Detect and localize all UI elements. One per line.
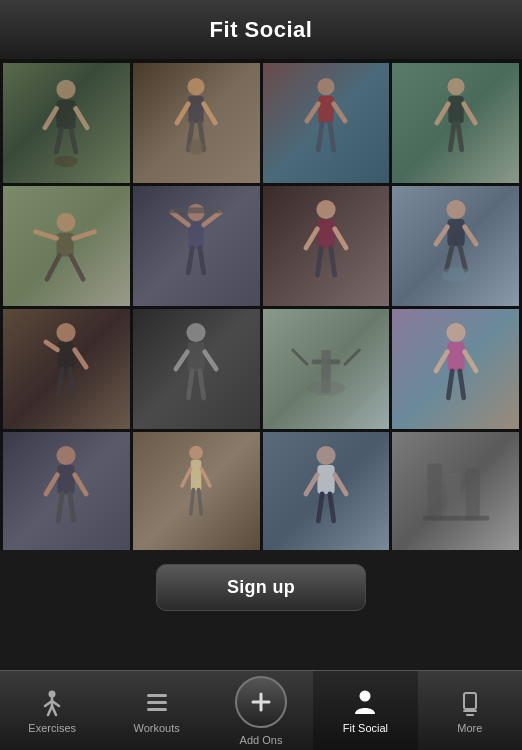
svg-line-56 xyxy=(59,369,63,396)
svg-line-60 xyxy=(176,352,188,369)
svg-point-75 xyxy=(57,446,76,465)
svg-line-31 xyxy=(71,256,83,280)
svg-line-4 xyxy=(57,129,62,152)
photo-cell[interactable] xyxy=(133,309,260,429)
svg-line-41 xyxy=(306,229,318,248)
svg-line-80 xyxy=(70,494,74,521)
svg-line-36 xyxy=(188,248,192,273)
svg-line-85 xyxy=(191,489,194,513)
photo-cell[interactable] xyxy=(392,186,519,306)
tab-fitsocial-label: Fit Social xyxy=(343,722,388,734)
workouts-icon xyxy=(142,688,172,718)
svg-point-26 xyxy=(57,213,76,232)
more-icon xyxy=(455,688,485,718)
svg-line-34 xyxy=(172,212,188,224)
svg-rect-94 xyxy=(446,473,460,521)
svg-rect-70 xyxy=(447,342,464,371)
photo-cell[interactable] xyxy=(133,432,260,550)
svg-point-51 xyxy=(441,267,470,282)
signup-button[interactable]: Sign up xyxy=(156,564,366,611)
svg-line-79 xyxy=(59,494,63,521)
person-icon xyxy=(350,688,380,718)
svg-line-90 xyxy=(335,475,347,494)
photo-cell[interactable] xyxy=(263,186,390,306)
svg-rect-46 xyxy=(447,219,464,246)
exercise-icon xyxy=(37,688,67,718)
svg-line-48 xyxy=(464,227,476,244)
svg-line-71 xyxy=(435,352,447,371)
svg-rect-76 xyxy=(58,465,75,494)
tab-addons[interactable]: Add Ons xyxy=(209,671,313,750)
svg-point-58 xyxy=(187,323,206,342)
svg-rect-95 xyxy=(465,468,479,520)
photo-cell[interactable] xyxy=(3,309,130,429)
svg-rect-40 xyxy=(317,219,334,248)
svg-line-55 xyxy=(75,350,87,367)
svg-line-18 xyxy=(318,123,322,150)
svg-point-0 xyxy=(57,80,76,99)
svg-line-22 xyxy=(436,104,448,123)
svg-line-24 xyxy=(450,123,454,150)
svg-rect-27 xyxy=(57,233,74,257)
svg-point-7 xyxy=(187,78,204,95)
svg-rect-15 xyxy=(318,96,333,123)
svg-line-91 xyxy=(318,494,322,521)
svg-line-17 xyxy=(334,104,346,121)
svg-line-83 xyxy=(182,468,191,485)
svg-line-86 xyxy=(199,489,202,513)
tab-more[interactable]: More xyxy=(418,671,522,750)
svg-line-49 xyxy=(446,246,452,270)
svg-line-43 xyxy=(317,248,321,275)
svg-line-57 xyxy=(70,369,74,396)
add-circle xyxy=(235,676,287,728)
photo-cell[interactable] xyxy=(263,309,390,429)
svg-rect-8 xyxy=(188,96,203,123)
svg-point-87 xyxy=(316,446,335,465)
photo-cell[interactable] xyxy=(263,432,390,550)
svg-rect-33 xyxy=(188,222,203,249)
app-header: Fit Social xyxy=(0,0,522,60)
tab-exercises[interactable]: Exercises xyxy=(0,671,104,750)
tab-addons-label: Add Ons xyxy=(240,734,283,746)
tab-bar: Exercises Workouts Add Ons Fit S xyxy=(0,670,522,750)
svg-point-13 xyxy=(188,139,203,154)
svg-line-78 xyxy=(75,475,87,494)
svg-rect-96 xyxy=(422,516,489,521)
svg-rect-109 xyxy=(464,693,476,709)
tab-more-label: More xyxy=(457,722,482,734)
svg-line-54 xyxy=(46,342,58,350)
svg-line-28 xyxy=(36,232,57,239)
svg-rect-82 xyxy=(191,460,201,491)
svg-line-3 xyxy=(76,109,88,128)
photo-cell[interactable] xyxy=(392,432,519,550)
photo-cell[interactable] xyxy=(392,63,519,183)
svg-line-102 xyxy=(52,706,56,715)
photo-cell[interactable] xyxy=(3,186,130,306)
tab-fitsocial[interactable]: Fit Social xyxy=(313,671,417,750)
svg-point-52 xyxy=(57,323,76,342)
svg-line-89 xyxy=(306,475,318,494)
photo-grid xyxy=(0,60,522,550)
tab-workouts[interactable]: Workouts xyxy=(104,671,208,750)
svg-point-81 xyxy=(189,446,203,460)
svg-line-2 xyxy=(45,109,57,128)
photo-cell[interactable] xyxy=(133,63,260,183)
svg-line-50 xyxy=(459,246,465,270)
photo-cell[interactable] xyxy=(133,186,260,306)
svg-rect-104 xyxy=(147,701,167,704)
svg-line-37 xyxy=(200,248,204,273)
svg-line-73 xyxy=(448,371,452,398)
svg-rect-1 xyxy=(57,100,76,129)
svg-rect-105 xyxy=(147,708,167,711)
photo-cell[interactable] xyxy=(3,432,130,550)
photo-cell[interactable] xyxy=(3,63,130,183)
svg-line-68 xyxy=(345,350,359,364)
svg-line-92 xyxy=(330,494,334,521)
photo-cell[interactable] xyxy=(392,309,519,429)
svg-line-23 xyxy=(463,104,475,123)
photo-cell[interactable] xyxy=(263,63,390,183)
svg-line-84 xyxy=(201,468,210,485)
svg-line-10 xyxy=(204,104,216,123)
svg-line-16 xyxy=(307,104,319,121)
svg-point-108 xyxy=(360,690,371,701)
